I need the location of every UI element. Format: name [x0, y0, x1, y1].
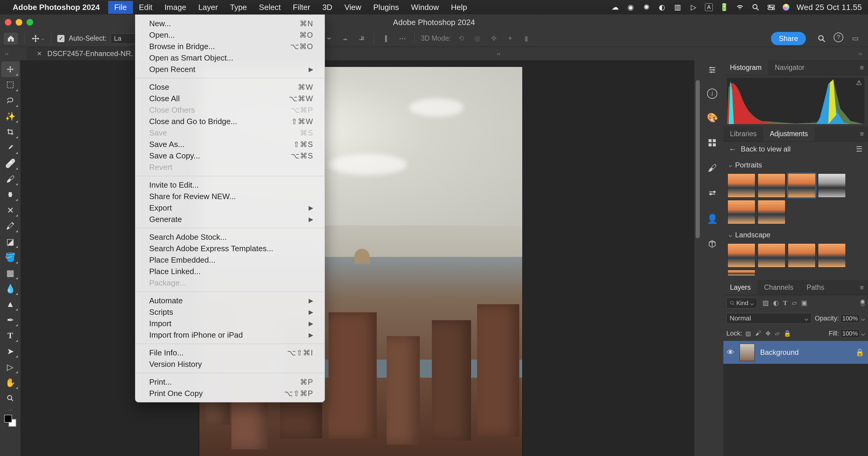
fill-value[interactable]: 100% [840, 329, 860, 338]
path-selection-tool[interactable]: ➤ [1, 344, 19, 359]
menu-item-open-as-smart-object[interactable]: Open as Smart Object... [135, 52, 324, 64]
paint-bucket-tool[interactable]: 🪣 [1, 249, 19, 265]
lock-artboard-icon[interactable]: ▱ [775, 330, 779, 337]
preset-thumb[interactable] [788, 173, 815, 198]
menu-item-browse-in-bridge[interactable]: Browse in Bridge...⌥⌘O [135, 41, 324, 52]
align-vcenter-icon[interactable]: ⫠ [339, 33, 351, 44]
move-tool[interactable] [1, 61, 19, 77]
siri-icon[interactable] [783, 4, 789, 10]
preset-thumb[interactable] [758, 200, 785, 224]
menu-item-generate[interactable]: Generate▶ [135, 214, 324, 225]
maximize-window-button[interactable] [27, 19, 33, 26]
filter-toggle[interactable] [860, 299, 865, 306]
gradient-tool[interactable]: ▦ [1, 265, 19, 281]
menu-item-import-from-iphone-or-ipad[interactable]: Import from iPhone or iPad▶ [135, 329, 324, 340]
menu-item-print-one-copy[interactable]: Print One Copy⌥⇧⌘P [135, 388, 324, 399]
brushes-panel-icon[interactable]: 🖌 [706, 161, 719, 175]
filter-shape-icon[interactable]: ▱ [792, 299, 797, 307]
panel-collapse-right-icon[interactable]: ›› [858, 51, 868, 57]
preset-thumb[interactable] [818, 173, 846, 198]
portraits-header[interactable]: ⌵Portraits [727, 158, 864, 172]
lock-position-icon[interactable]: ✥ [766, 330, 771, 337]
direct-selection-tool[interactable]: ▷ [1, 359, 19, 375]
lock-transparency-icon[interactable]: ▨ [745, 330, 751, 337]
navigator-tab[interactable]: Navigator [768, 60, 811, 75]
filter-adjustment-icon[interactable]: ◐ [773, 299, 779, 307]
close-tab-icon[interactable]: ✕ [37, 50, 42, 57]
drives-icon[interactable]: ▥ [674, 3, 682, 11]
preset-thumb[interactable] [758, 243, 785, 267]
align-left-icon[interactable]: ∥ [380, 33, 392, 44]
crop-tool[interactable] [1, 124, 19, 140]
list-view-icon[interactable]: ☰ [856, 145, 863, 153]
history-brush-tool[interactable]: 🖍 [1, 218, 19, 234]
preset-thumb[interactable] [727, 200, 755, 224]
filter-smart-icon[interactable]: ▣ [801, 299, 807, 307]
marquee-tool[interactable] [1, 77, 19, 93]
menu-item-import[interactable]: Import▶ [135, 318, 324, 329]
pen-tool[interactable]: ✒ [1, 312, 19, 328]
layer-thumbnail[interactable] [740, 344, 755, 361]
lasso-tool[interactable] [1, 93, 19, 108]
fan-icon[interactable]: ✺ [642, 3, 651, 11]
menu-item-new[interactable]: New...⌘N [135, 18, 324, 29]
menu-item-open-recent[interactable]: Open Recent▶ [135, 64, 324, 75]
type-tool[interactable]: T [1, 328, 19, 344]
toolbar-handle-icon[interactable]: ›› [5, 51, 8, 57]
menu-item-close-all[interactable]: Close All⌥⌘W [135, 93, 324, 104]
channels-tab[interactable]: Channels [757, 280, 800, 295]
filter-pixel-icon[interactable]: ▨ [763, 299, 769, 307]
control-center-icon[interactable] [767, 3, 775, 11]
back-arrow-icon[interactable]: ← [729, 144, 737, 154]
preset-thumb[interactable] [818, 243, 846, 267]
eraser-tool[interactable]: ◪ [1, 234, 19, 249]
menu-item-save-a-copy[interactable]: Save a Copy...⌥⌘S [135, 150, 324, 161]
auto-select-checkbox[interactable]: ✓ [57, 35, 64, 42]
opacity-value[interactable]: 100% [840, 314, 860, 323]
menu-item-close[interactable]: Close⌘W [135, 81, 324, 93]
layers-tab[interactable]: Layers [723, 280, 757, 295]
align-bottom-icon[interactable]: ⫡ [355, 33, 368, 44]
share-button[interactable]: Share [771, 32, 806, 45]
foreground-swatch[interactable] [4, 415, 12, 423]
adjustments-panel-icon[interactable] [706, 63, 719, 76]
preset-thumb[interactable] [727, 270, 755, 276]
menu-plugins[interactable]: Plugins [367, 1, 405, 14]
menubar-datetime[interactable]: Wed 25 Oct 11.55 [797, 3, 862, 12]
lock-all-icon[interactable]: 🔒 [784, 330, 791, 337]
menu-item-save-as[interactable]: Save As...⇧⌘S [135, 138, 324, 150]
spotlight-icon[interactable] [751, 3, 760, 11]
menu-item-search-adobe-express-templates[interactable]: Search Adobe Express Templates... [135, 243, 324, 254]
layer-lock-icon[interactable]: 🔒 [855, 348, 864, 357]
info-panel-icon[interactable]: i [707, 89, 717, 99]
clone-stamp-tool[interactable] [1, 187, 19, 202]
libraries-tab[interactable]: Libraries [723, 127, 763, 141]
blur-tool[interactable]: 💧 [1, 281, 19, 296]
move-tool-icon[interactable]: ⌵ [30, 33, 45, 44]
menu-type[interactable]: Type [224, 1, 253, 14]
menu-item-version-history[interactable]: Version History [135, 358, 324, 370]
menu-item-place-embedded[interactable]: Place Embedded... [135, 254, 324, 266]
menu-edit[interactable]: Edit [133, 1, 158, 14]
search-icon[interactable] [815, 33, 828, 44]
menu-view[interactable]: View [338, 1, 367, 14]
layer-filter-kind[interactable]: Kind⌵ [726, 298, 757, 308]
adjustments-back-row[interactable]: ← Back to view all ☰ [723, 141, 868, 157]
menu-item-scripts[interactable]: Scripts▶ [135, 306, 324, 318]
histogram-tab[interactable]: Histogram [723, 60, 768, 75]
zoom-tool[interactable] [1, 390, 19, 406]
cloud-icon[interactable]: ☁︎ [611, 3, 619, 11]
filter-type-icon[interactable]: T [783, 299, 787, 307]
blend-mode-dropdown[interactable]: Normal⌵ [726, 313, 812, 324]
battery-icon[interactable]: 🔋 [720, 3, 728, 11]
vertical-scrollbar[interactable] [694, 60, 701, 456]
home-button[interactable] [4, 33, 18, 44]
brush-tool[interactable]: 🖌 [1, 171, 19, 187]
healing-brush-tool[interactable]: 🩹 [1, 155, 19, 171]
scrollbar-thumb[interactable] [695, 80, 700, 238]
menu-help[interactable]: Help [445, 1, 473, 14]
preset-thumb[interactable] [788, 243, 815, 267]
preset-thumb[interactable] [727, 243, 755, 267]
preset-thumb[interactable] [758, 173, 785, 198]
menu-item-automate[interactable]: Automate▶ [135, 295, 324, 306]
